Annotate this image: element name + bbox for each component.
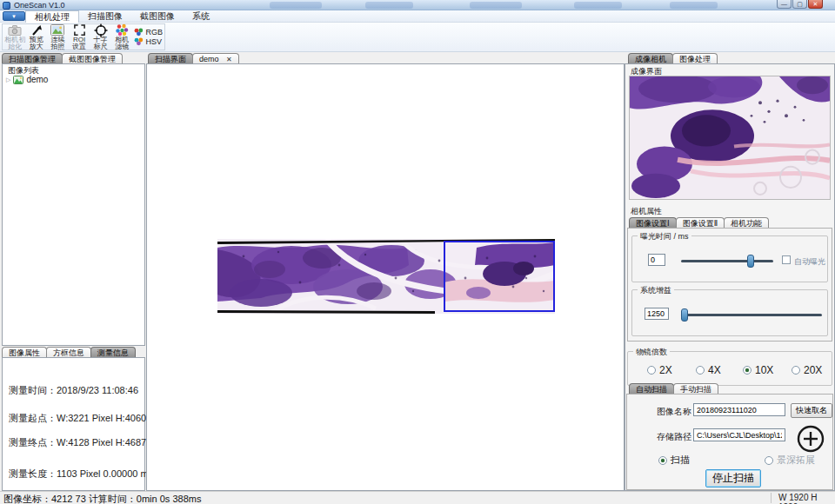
tab-close-icon[interactable]: ✕ bbox=[226, 56, 232, 63]
button-label: 滤镜 bbox=[111, 43, 133, 50]
continuous-capture-button[interactable]: 连续 拍照 bbox=[47, 23, 69, 50]
status-calc-time: 计算时间：0min 0s 388ms bbox=[89, 494, 202, 504]
button-label: 设置 bbox=[69, 43, 90, 50]
camera-position-rect[interactable] bbox=[444, 241, 555, 312]
hsv-icon bbox=[134, 37, 144, 46]
radio-label: 扫描 bbox=[671, 454, 690, 467]
camera-filter-button[interactable]: 相机 滤镜 bbox=[111, 23, 133, 50]
radio-dot[interactable] bbox=[647, 366, 656, 375]
left-panel-tabs: 扫描图像管理 截图图像管理 bbox=[2, 52, 122, 64]
auto-exposure-checkbox[interactable] bbox=[782, 255, 791, 264]
center-tabs: 扫描界面 demo ✕ bbox=[148, 52, 238, 64]
background-window-ghost bbox=[574, 2, 622, 9]
window-controls: — ▢ ✕ bbox=[777, 0, 823, 9]
auto-exposure-label: 自动曝光 bbox=[794, 256, 825, 268]
button-label: 放大 bbox=[26, 43, 48, 50]
toolbar-group: 相机初 始化 预览 放大 连续 拍照 ROI 设置 bbox=[2, 23, 165, 50]
radio-scan[interactable]: 扫描 bbox=[658, 454, 690, 467]
camera-icon bbox=[4, 23, 26, 36]
radio-depth-extend[interactable]: 景深拓展 bbox=[765, 454, 815, 467]
quick-name-button[interactable]: 快速取名 bbox=[791, 403, 832, 418]
tree-item-label: demo bbox=[26, 75, 48, 84]
gain-group: 系统增益 bbox=[631, 289, 828, 336]
menu-tab-camera-processing[interactable]: 相机处理 bbox=[25, 10, 79, 23]
status-resolution: W 1920 H 1200 bbox=[778, 493, 835, 504]
zoom-arrow-icon bbox=[26, 23, 48, 36]
status-left: 图像坐标：4212 73 计算时间：0min 0s 388ms bbox=[3, 493, 201, 504]
radio-dot[interactable] bbox=[696, 366, 705, 375]
crosshair-ruler-button[interactable]: 十字 标尺 bbox=[90, 23, 111, 50]
app-icon bbox=[3, 2, 10, 10]
menu-tab-capture-image[interactable]: 截图图像 bbox=[131, 10, 184, 23]
radio-10x[interactable]: 10X bbox=[743, 364, 773, 376]
camera-live-preview[interactable] bbox=[629, 76, 831, 200]
menu-tab-system[interactable]: 系统 bbox=[184, 10, 218, 23]
radio-2x[interactable]: 2X bbox=[647, 364, 672, 376]
status-coords: 图像坐标：4212 73 bbox=[3, 494, 86, 504]
image-list-panel: 图像列表 ▷ demo bbox=[2, 63, 145, 346]
image-file-icon bbox=[13, 76, 23, 84]
radio-label: 景深拓展 bbox=[777, 454, 815, 467]
minimize-button[interactable]: — bbox=[777, 0, 792, 9]
title-bar: OneScan V1.0 — ▢ ✕ bbox=[0, 0, 835, 10]
exposure-slider[interactable] bbox=[681, 260, 773, 262]
radio-4x[interactable]: 4X bbox=[696, 364, 721, 376]
exposure-group: 曝光时间 / ms 自动曝光 bbox=[631, 235, 828, 282]
hsv-mode-button[interactable]: HSV bbox=[134, 37, 163, 46]
maximize-button[interactable]: ▢ bbox=[792, 0, 807, 9]
button-label: 标尺 bbox=[90, 43, 111, 50]
roi-brackets-icon bbox=[69, 23, 90, 36]
menu-tab-scan-image[interactable]: 扫描图像 bbox=[79, 10, 131, 23]
magnification-label: 物镜倍数 bbox=[633, 347, 670, 358]
settings-tabs: 图像设置Ⅰ 图像设置Ⅱ 相机功能 bbox=[629, 216, 768, 229]
radio-dot-selected[interactable] bbox=[743, 366, 752, 375]
background-window-ghost bbox=[270, 2, 322, 9]
filter-dots-icon bbox=[111, 23, 133, 36]
status-bar: 图像坐标：4212 73 计算时间：0min 0s 388ms W 1920 H… bbox=[0, 491, 835, 504]
gain-slider[interactable] bbox=[681, 314, 822, 316]
radio-label: 20X bbox=[804, 364, 822, 376]
radio-label: 10X bbox=[755, 364, 773, 376]
toolbar: 相机初 始化 预览 放大 连续 拍照 ROI 设置 bbox=[0, 23, 835, 52]
scan-tabs: 自动扫描 手动扫描 bbox=[629, 382, 718, 395]
measure-length: 测量长度：1103 Pixel 0.00000 mm bbox=[9, 468, 157, 481]
magnification-group: 物镜倍数 2X 4X 10X 20X bbox=[627, 351, 832, 386]
scan-canvas[interactable] bbox=[146, 63, 625, 491]
left-bottom-tabs: 图像属性 方框信息 测量信息 bbox=[2, 346, 135, 358]
roi-settings-button[interactable]: ROI 设置 bbox=[69, 23, 90, 50]
tab-demo-label: demo bbox=[199, 55, 219, 63]
rgb-mode-button[interactable]: RGB bbox=[134, 28, 163, 36]
button-label: 拍照 bbox=[47, 43, 69, 50]
camera-panel: 成像界面 相机属性 图像设置Ⅰ 图像设置Ⅱ 相机功能 曝光时间 / ms bbox=[625, 63, 835, 491]
crosshair-icon bbox=[90, 23, 111, 36]
tree-item-demo[interactable]: ▷ demo bbox=[6, 75, 48, 84]
menu-bar: ▼ 相机处理 扫描图像 截图图像 系统 bbox=[0, 10, 835, 23]
photo-icon bbox=[47, 23, 69, 36]
storage-path-input[interactable] bbox=[693, 428, 785, 441]
add-circle-icon[interactable] bbox=[794, 422, 827, 455]
measure-time: 测量时间：2018/9/23 11:08:46 bbox=[9, 384, 138, 397]
color-mode-group: RGB HSV bbox=[134, 28, 163, 46]
stop-scan-button[interactable]: 停止扫描 bbox=[705, 469, 761, 487]
background-window-ghost bbox=[670, 2, 718, 9]
app-menu-button[interactable]: ▼ bbox=[3, 11, 25, 21]
image-name-input[interactable] bbox=[693, 403, 785, 416]
radio-dot[interactable] bbox=[792, 366, 800, 375]
radio-20x[interactable]: 20X bbox=[792, 364, 822, 376]
rgb-icon bbox=[134, 28, 144, 36]
camera-init-button[interactable]: 相机初 始化 bbox=[4, 23, 26, 50]
background-window-ghost bbox=[365, 2, 413, 9]
exposure-input[interactable] bbox=[648, 254, 665, 266]
gain-input[interactable] bbox=[645, 308, 669, 320]
auto-scan-panel: 图像名称： 快速取名 存储路径： 扫描 景深拓展 停止扫描 bbox=[626, 394, 833, 490]
gain-slider-thumb[interactable] bbox=[681, 308, 688, 322]
button-label: 始化 bbox=[4, 43, 26, 50]
close-button[interactable]: ✕ bbox=[808, 0, 823, 9]
exposure-slider-thumb[interactable] bbox=[747, 255, 754, 268]
window-title: OneScan V1.0 bbox=[14, 1, 65, 10]
tree-expand-icon[interactable]: ▷ bbox=[6, 76, 10, 83]
preview-zoom-button[interactable]: 预览 放大 bbox=[26, 23, 48, 50]
background-window-ghost bbox=[470, 2, 522, 9]
radio-dot[interactable] bbox=[765, 456, 773, 465]
radio-dot-selected[interactable] bbox=[658, 456, 667, 465]
